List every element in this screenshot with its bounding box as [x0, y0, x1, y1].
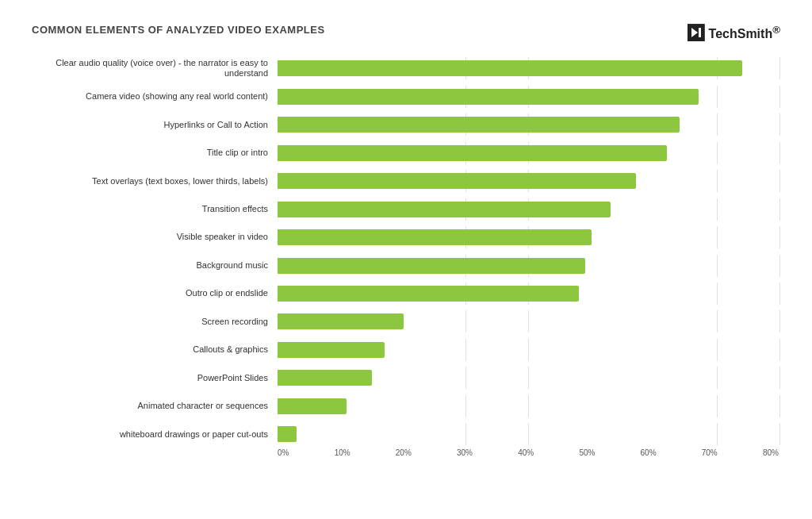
- bar-fill: [278, 258, 585, 274]
- x-tick-label: 20%: [396, 448, 412, 457]
- bar-area: [278, 339, 780, 361]
- bar-row: Title clip or intro: [32, 142, 780, 164]
- bar-label: PowerPoint Slides: [32, 373, 278, 383]
- techsmith-logo: TechSmith®: [688, 24, 780, 41]
- bar-area: [278, 255, 780, 277]
- bar-fill: [278, 342, 385, 358]
- chart-container: COMMON ELEMENTS OF ANALYZED VIDEO EXAMPL…: [0, 0, 812, 519]
- bar-fill: [278, 229, 592, 245]
- bar-fill: [278, 426, 297, 442]
- bar-area: [278, 423, 780, 445]
- bar-label: Background music: [32, 260, 278, 271]
- x-tick-label: 40%: [518, 448, 534, 457]
- x-tick-label: 60%: [641, 448, 657, 457]
- bar-row: Screen recording: [32, 310, 780, 333]
- bar-fill: [278, 173, 636, 189]
- bar-label: Outro clip or endslide: [32, 288, 278, 298]
- x-tick-label: 30%: [457, 448, 473, 457]
- bar-area: [278, 86, 780, 108]
- bar-fill: [278, 202, 611, 217]
- bar-row: Background music: [32, 255, 780, 277]
- bar-fill: [278, 60, 742, 76]
- bar-row: Animated character or sequences: [32, 395, 780, 417]
- bar-row: Clear audio quality (voice over) - the n…: [32, 57, 780, 79]
- bars-section: Clear audio quality (voice over) - the n…: [32, 57, 780, 445]
- bar-label: Hyperlinks or Call to Action: [32, 120, 278, 130]
- bar-label: Callouts & graphics: [32, 344, 278, 355]
- bar-area: [278, 142, 780, 164]
- x-tick-label: 10%: [335, 448, 350, 457]
- bar-label: Screen recording: [32, 317, 278, 327]
- bar-label: Camera video (showing any real world con…: [32, 91, 278, 102]
- bar-area: [278, 226, 780, 248]
- bar-row: Camera video (showing any real world con…: [32, 86, 780, 108]
- bar-fill: [278, 145, 667, 161]
- bar-fill: [278, 286, 579, 302]
- bar-row: Visible speaker in video: [32, 226, 780, 248]
- bar-area: [278, 113, 780, 136]
- bar-row: Callouts & graphics: [32, 339, 780, 361]
- bar-label: Transition effects: [32, 204, 278, 214]
- chart-header: COMMON ELEMENTS OF ANALYZED VIDEO EXAMPL…: [32, 24, 780, 41]
- bar-label: Text overlays (text boxes, lower thirds,…: [32, 176, 278, 186]
- bar-label: Title clip or intro: [32, 148, 278, 158]
- bar-label: Clear audio quality (voice over) - the n…: [32, 58, 278, 79]
- chart-body: Clear audio quality (voice over) - the n…: [32, 57, 780, 457]
- bar-area: [278, 395, 780, 417]
- x-axis: 0%10%20%30%40%50%60%70%80%: [278, 448, 780, 457]
- x-tick-label: 50%: [579, 448, 595, 457]
- bar-row: Transition effects: [32, 198, 780, 221]
- bar-area: [278, 57, 780, 79]
- bar-label: whiteboard drawings or paper cut-outs: [32, 429, 278, 440]
- bar-area: [278, 283, 780, 305]
- x-tick-label: 0%: [278, 448, 289, 457]
- x-tick-label: 80%: [763, 448, 779, 457]
- logo-icon: [688, 24, 705, 41]
- bar-area: [278, 310, 780, 333]
- bar-fill: [278, 117, 680, 133]
- bar-label: Animated character or sequences: [32, 401, 278, 411]
- bar-row: Outro clip or endslide: [32, 283, 780, 305]
- bar-row: Hyperlinks or Call to Action: [32, 113, 780, 136]
- svg-rect-2: [699, 28, 701, 37]
- bar-area: [278, 367, 780, 389]
- x-tick-label: 70%: [702, 448, 718, 457]
- bar-label: Visible speaker in video: [32, 232, 278, 242]
- bar-area: [278, 198, 780, 221]
- bar-fill: [278, 398, 347, 414]
- bar-fill: [278, 370, 372, 386]
- bar-row: Text overlays (text boxes, lower thirds,…: [32, 170, 780, 192]
- chart-title: COMMON ELEMENTS OF ANALYZED VIDEO EXAMPL…: [32, 24, 325, 36]
- bar-row: whiteboard drawings or paper cut-outs: [32, 423, 780, 445]
- bar-row: PowerPoint Slides: [32, 367, 780, 389]
- bar-fill: [278, 89, 699, 105]
- bar-area: [278, 170, 780, 192]
- bar-fill: [278, 313, 404, 329]
- logo-text: TechSmith®: [709, 24, 780, 41]
